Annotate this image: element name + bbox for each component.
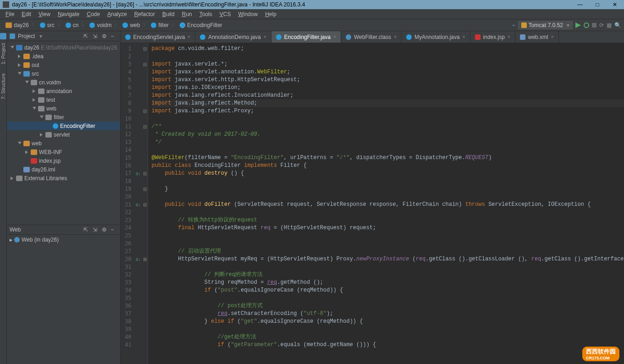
line-number[interactable]: 34 [122,287,132,294]
line-number[interactable]: 1 [122,45,132,53]
hide-panel-icon[interactable]: − [111,33,117,39]
fold-toggle-icon[interactable]: ⊟ [143,201,148,209]
line-number[interactable]: 6 [122,84,132,92]
line-number[interactable]: 12 [122,131,132,138]
close-icon[interactable]: × [551,34,554,39]
line-number-gutter[interactable]: 1234567891011121314151617181920212223242… [121,43,134,364]
gutter-spacer[interactable] [134,318,143,325]
fold-toggle-icon[interactable]: ⊟ [143,170,148,177]
code-line[interactable] [152,209,624,216]
line-number[interactable]: 13 [122,138,132,146]
gutter-spacer[interactable] [134,224,143,232]
code-line[interactable]: req.setCharacterEncoding ("utf-8"); [152,310,624,318]
gutter-spacer[interactable] [134,333,143,341]
code-line[interactable]: //get处理方法 [152,333,624,341]
window-maximize-button[interactable]: □ [591,1,604,8]
tree-node-WEB-INF[interactable]: WEB-INF [7,148,120,156]
gutter-spacer[interactable] [134,193,143,201]
collapse-all-icon[interactable]: ⇲ [93,226,99,233]
web-item-label[interactable]: Web (in day26) [22,237,59,243]
gutter-spacer[interactable] [134,45,143,53]
menu-tools[interactable]: Tools [197,10,215,18]
chevron-right-icon[interactable] [17,54,22,59]
line-number[interactable]: 24 [122,224,132,232]
tree-node-out[interactable]: out [7,61,120,69]
gutter-spacer[interactable] [134,271,143,279]
close-icon[interactable]: × [333,34,336,39]
window-close-button[interactable]: ✕ [608,1,621,8]
tree-node-day26-iml[interactable]: day26.iml [7,165,120,174]
chevron-right-icon[interactable] [32,97,37,103]
code-line[interactable]: @WebFilter(filterName = "EncodingFilter"… [152,154,624,162]
gutter-icons[interactable]: o↓o↓o↓ [134,43,143,364]
debug-button[interactable] [584,22,589,28]
chevron-right-icon[interactable] [17,62,22,68]
rail-label-structure[interactable]: 7: Structure [0,73,6,99]
gutter-spacer[interactable] [134,287,143,294]
gutter-spacer[interactable] [134,92,143,99]
gutter-spacer[interactable] [134,154,143,162]
menu-run[interactable]: Run [179,10,195,18]
line-number[interactable]: 32 [122,271,132,279]
line-number[interactable]: 14 [122,146,132,154]
chevron-down-icon[interactable] [24,80,30,85]
gutter-spacer[interactable] [134,162,143,170]
code-line[interactable]: // 转换为http协议的request [152,216,624,224]
gutter-spacer[interactable] [134,216,143,224]
line-number[interactable]: 39 [122,325,132,333]
close-icon[interactable]: × [463,34,465,39]
chevron-right-icon[interactable] [10,176,15,181]
chevron-down-icon[interactable] [32,106,37,111]
menu-window[interactable]: Window [235,10,260,18]
close-icon[interactable]: × [394,34,397,39]
breadcrumb-EncodingFilter[interactable]: EncodingFilter [177,21,225,29]
compile-icon[interactable]: ⌁ [512,22,515,28]
line-number[interactable]: 26 [122,240,132,248]
project-tool-icon[interactable] [0,33,6,39]
gear-icon[interactable]: ⚙ [102,33,108,39]
tree-node-index-jsp[interactable]: index.jsp [7,156,120,165]
line-number[interactable]: 5 [122,76,132,84]
tree-node-servlet[interactable]: servlet [7,130,120,139]
line-number[interactable]: 15 [122,154,132,162]
gutter-spacer[interactable] [134,107,143,115]
scroll-to-source-icon[interactable]: ⇱ [83,33,90,39]
gutter-spacer[interactable] [134,68,143,76]
code-line[interactable] [152,232,624,240]
tree-node-filter[interactable]: filter [7,113,120,121]
code-line[interactable]: import java.lang.reflect.InvocationHandl… [152,92,624,99]
code-line[interactable]: public void destroy () { [152,170,624,177]
fold-toggle-icon[interactable]: ⊟ [143,185,148,193]
tree-node-test[interactable]: test [7,95,120,104]
line-number[interactable]: 2 [122,53,132,61]
line-number[interactable]: 11 [122,123,132,131]
gutter-spacer[interactable] [134,99,143,107]
code-line[interactable]: import java.lang.reflect.Proxy; [152,107,624,115]
code-line[interactable]: if ("getParameter".equals (method.getNam… [152,341,624,349]
project-structure-button[interactable]: ▦ [607,22,612,28]
editor-tab-index-jsp[interactable]: index.jsp× [470,31,515,43]
gutter-spacer[interactable] [134,240,143,248]
line-number[interactable]: 18 [122,177,132,185]
code-line[interactable]: import java.lang.reflect.Method; [152,99,624,107]
code-line[interactable] [152,294,624,302]
menu-navigate[interactable]: Navigate [55,10,82,18]
code-line[interactable] [152,263,624,271]
code-line[interactable]: /** [152,123,624,131]
gutter-spacer[interactable] [134,61,143,68]
update-button[interactable]: ⟳ [599,22,604,28]
fold-toggle-icon[interactable]: ⊟ [143,45,148,53]
breadcrumb-voidm[interactable]: voidm [87,21,114,29]
gutter-spacer[interactable] [134,232,143,240]
line-number[interactable]: 28 [122,255,132,263]
code-line[interactable]: } [152,185,624,193]
line-number[interactable]: 22 [122,209,132,216]
line-number[interactable]: 38 [122,318,132,325]
code-line[interactable] [152,240,624,248]
line-number[interactable]: 3 [122,61,132,68]
line-number[interactable]: 40 [122,333,132,341]
tree-node-web[interactable]: web [7,104,120,113]
tree-node-web[interactable]: web [7,139,120,148]
code-line[interactable]: package cn.voidm.web.filter; [152,45,624,53]
menu-code[interactable]: Code [84,10,103,18]
